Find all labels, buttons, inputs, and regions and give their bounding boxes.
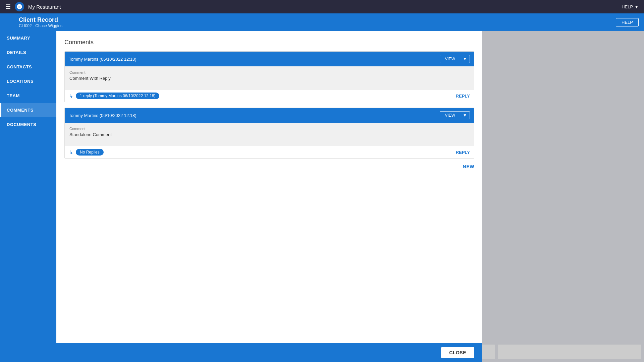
reply-arrow-icon-1: ↳: [69, 93, 73, 99]
comment-body-2: Comment Standalone Comment: [65, 123, 474, 146]
sidebar-item-contacts[interactable]: CONTACTS: [0, 60, 56, 74]
comment-text-1: Comment With Reply: [69, 76, 469, 81]
menu-icon[interactable]: ☰: [5, 3, 11, 10]
top-help-button[interactable]: HELP ▼: [622, 4, 639, 9]
comment-label-2: Comment: [69, 127, 469, 131]
app-logo: [15, 2, 24, 11]
reply-indicator-2: ↳ No Replies: [69, 149, 104, 156]
view-dropdown-2[interactable]: ▼: [460, 111, 470, 119]
modal-body: Comments Tommy Martins (06/10/2022 12:18…: [56, 31, 482, 343]
reply-arrow-icon-2: ↳: [69, 149, 73, 156]
sidebar-item-locations[interactable]: LOCATIONS: [0, 74, 56, 88]
top-nav: ☰ My Restaurant HELP ▼: [0, 0, 644, 13]
new-button-container: NEW: [64, 164, 474, 169]
reply-indicator-1: ↳ 1 reply (Tommy Martins 06/10/2022 12:1…: [69, 93, 159, 99]
view-dropdown-1[interactable]: ▼: [460, 55, 470, 63]
reply-badge-1[interactable]: 1 reply (Tommy Martins 06/10/2022 12:18): [76, 93, 159, 99]
comment-card-1: Tommy Martins (06/10/2022 12:18) VIEW ▼ …: [64, 51, 474, 102]
client-header: Client Record CLI002 - Chace Wiggins HEL…: [0, 13, 644, 31]
modal-footer: CLOSE: [56, 343, 482, 362]
client-subtitle: CLI002 - Chace Wiggins: [19, 23, 62, 28]
comment-footer-2: ↳ No Replies REPLY: [65, 146, 474, 158]
reply-button-1[interactable]: REPLY: [456, 94, 470, 99]
client-record-title: Client Record: [19, 16, 62, 23]
close-button[interactable]: CLOSE: [441, 347, 474, 358]
comment-header-1: Tommy Martins (06/10/2022 12:18) VIEW ▼: [65, 52, 474, 66]
comment-header-2: Tommy Martins (06/10/2022 12:18) VIEW ▼: [65, 108, 474, 123]
app-title: My Restaurant: [28, 4, 61, 10]
comment-body-1: Comment Comment With Reply: [65, 66, 474, 90]
sidebar-item-documents[interactable]: DOCUMENTS: [0, 117, 56, 132]
modal-title: Comments: [64, 39, 474, 46]
comment-label-1: Comment: [69, 70, 469, 74]
sidebar-item-details[interactable]: DETAILS: [0, 45, 56, 60]
comment-author-1: Tommy Martins (06/10/2022 12:18): [69, 57, 137, 62]
new-comment-button[interactable]: NEW: [463, 164, 474, 169]
comment-footer-1: ↳ 1 reply (Tommy Martins 06/10/2022 12:1…: [65, 90, 474, 102]
no-replies-badge-2[interactable]: No Replies: [76, 149, 104, 156]
main-layout: SUMMARY DETAILS CONTACTS LOCATIONS TEAM …: [0, 31, 644, 362]
content-area: Comments Tommy Martins (06/10/2022 12:18…: [56, 31, 644, 362]
sidebar: SUMMARY DETAILS CONTACTS LOCATIONS TEAM …: [0, 31, 56, 362]
comment-card-2: Tommy Martins (06/10/2022 12:18) VIEW ▼ …: [64, 108, 474, 159]
comment-author-2: Tommy Martins (06/10/2022 12:18): [69, 113, 137, 118]
header-help-button[interactable]: HELP: [616, 18, 639, 26]
view-button-2[interactable]: VIEW: [440, 111, 460, 119]
reply-button-2[interactable]: REPLY: [456, 150, 470, 155]
sidebar-item-team[interactable]: TEAM: [0, 88, 56, 103]
view-button-1[interactable]: VIEW: [440, 55, 460, 63]
comment-text-2: Standalone Comment: [69, 132, 469, 137]
sidebar-item-comments[interactable]: COMMENTS: [0, 103, 56, 117]
modal-overlay: Comments Tommy Martins (06/10/2022 12:18…: [56, 31, 644, 362]
sidebar-item-summary[interactable]: SUMMARY: [0, 31, 56, 45]
top-nav-left: ☰ My Restaurant: [5, 2, 61, 11]
comments-modal: Comments Tommy Martins (06/10/2022 12:18…: [56, 31, 482, 362]
